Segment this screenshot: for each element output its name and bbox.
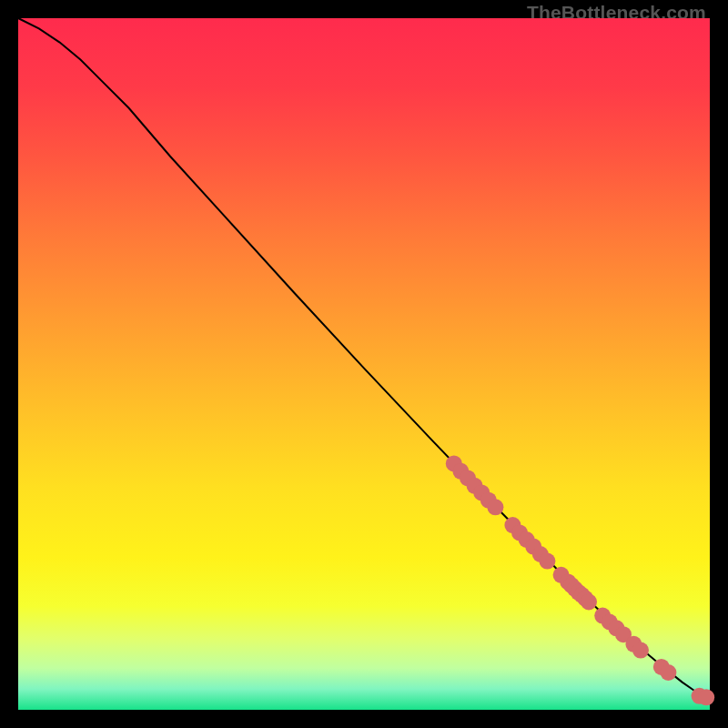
data-points-group [446,455,714,705]
data-point [487,499,503,515]
data-point [660,664,676,681]
trend-curve [18,18,710,697]
data-point [698,689,714,705]
data-point [581,593,597,610]
chart-stage: TheBottleneck.com [0,0,728,728]
plot-area [18,18,710,710]
data-point [632,642,649,659]
data-point [539,553,555,570]
chart-svg [18,18,710,710]
